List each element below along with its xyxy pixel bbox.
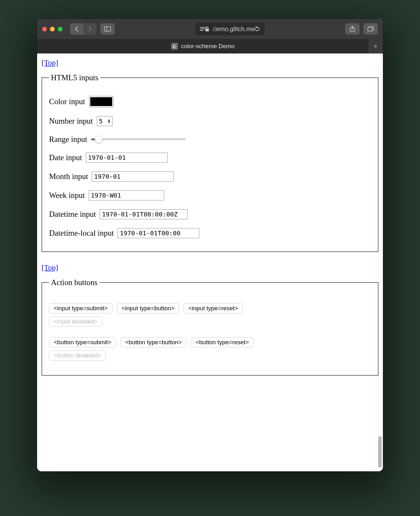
reader-mode-icon[interactable] xyxy=(197,27,208,31)
number-input[interactable]: 5 ▲▼ xyxy=(97,116,113,126)
fieldset-legend: HTML5 inputs xyxy=(49,73,100,82)
number-input-label: Number input xyxy=(49,117,93,126)
tab-favicon: C xyxy=(171,43,178,50)
back-button[interactable] xyxy=(70,23,83,35)
range-thumb[interactable] xyxy=(95,136,102,143)
input-reset-button[interactable]: <input type=reset> xyxy=(184,303,243,313)
top-link[interactable]: [Top] xyxy=(41,59,58,67)
input-disabled-button: <input disabled> xyxy=(49,317,102,327)
input-submit-button[interactable]: <input type=submit> xyxy=(49,303,113,313)
button-button-button[interactable]: <button type=button> xyxy=(120,337,186,347)
input-button-button[interactable]: <input type=button> xyxy=(117,303,180,313)
range-input-label: Range input xyxy=(49,135,87,144)
fieldset-html5-inputs: HTML5 inputs Color input Number input 5 … xyxy=(41,73,379,252)
month-input[interactable]: 1970-01 xyxy=(92,171,174,182)
week-input[interactable]: 1970-W01 xyxy=(89,190,164,200)
tabs-overview-button[interactable] xyxy=(363,23,378,35)
window-controls xyxy=(42,27,63,31)
reload-button[interactable] xyxy=(251,26,263,32)
svg-rect-8 xyxy=(368,27,372,31)
nav-buttons xyxy=(70,23,97,35)
tab-title: color-scheme Demo xyxy=(181,43,235,50)
page-viewport: [Top] HTML5 inputs Color input Number in… xyxy=(37,53,383,471)
datetime-local-input[interactable]: 1970-01-01T00:00 xyxy=(118,228,199,238)
number-input-value: 5 xyxy=(99,117,103,125)
number-stepper-icon[interactable]: ▲▼ xyxy=(108,119,110,123)
week-input-label: Week input xyxy=(49,191,85,200)
top-link[interactable]: [Top] xyxy=(41,263,58,272)
browser-window: demo.glitch.me C color-scheme Demo + [To… xyxy=(37,19,383,471)
date-input[interactable]: 1970-01-01 xyxy=(86,153,168,163)
browser-toolbar: demo.glitch.me xyxy=(37,19,383,39)
tab-bar: C color-scheme Demo + xyxy=(37,39,383,53)
scrollbar-thumb[interactable] xyxy=(378,436,382,468)
range-track xyxy=(91,138,185,140)
fieldset-action-buttons: Action buttons <input type=submit> <inpu… xyxy=(41,278,379,376)
datetime-local-input-label: Datetime-local input xyxy=(49,229,114,238)
month-input-label: Month input xyxy=(49,172,88,181)
datetime-input[interactable]: 1970-01-01T00:00:00Z xyxy=(100,209,188,219)
fieldset-legend: Action buttons xyxy=(49,278,99,287)
share-button[interactable] xyxy=(345,23,360,35)
minimize-window-button[interactable] xyxy=(50,27,55,31)
button-reset-button[interactable]: <button type=reset> xyxy=(191,337,254,347)
tab-active[interactable]: C color-scheme Demo xyxy=(37,39,368,53)
new-tab-button[interactable]: + xyxy=(368,39,383,53)
date-input-label: Date input xyxy=(49,153,82,162)
svg-rect-0 xyxy=(104,27,111,31)
color-input-label: Color input xyxy=(49,97,85,106)
close-window-button[interactable] xyxy=(42,27,47,31)
forward-button[interactable] xyxy=(83,23,97,35)
button-submit-button[interactable]: <button type=submit> xyxy=(49,337,116,347)
range-input[interactable] xyxy=(91,135,185,143)
datetime-input-label: Datetime input xyxy=(49,210,96,219)
sidebar-toggle-button[interactable] xyxy=(100,23,115,35)
address-bar[interactable]: demo.glitch.me xyxy=(195,23,265,35)
url-text: demo.glitch.me xyxy=(213,25,255,33)
zoom-window-button[interactable] xyxy=(58,27,63,31)
button-disabled-button: <button disabled> xyxy=(49,351,106,361)
color-input[interactable] xyxy=(89,96,113,107)
